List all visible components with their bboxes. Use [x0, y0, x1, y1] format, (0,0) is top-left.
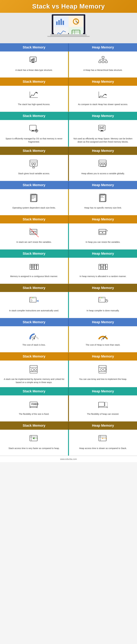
section-1-stack-label: Stack Memory	[23, 80, 45, 84]
svg-rect-65	[31, 195, 35, 196]
section-10-content: FIXED The flexibility of the size is fix…	[0, 396, 137, 422]
section-7-header: Stack Memory Heap Memory	[0, 284, 137, 292]
section-1-heap-icon	[97, 89, 109, 101]
section-2-heap-label: Heap Memory	[92, 114, 114, 118]
svg-rect-95	[37, 265, 38, 266]
section-0-heap-header: Heap Memory	[69, 43, 137, 52]
svg-rect-67	[31, 197, 35, 198]
section-9-content: A stack can be implemented by dynamic me…	[0, 360, 137, 387]
section-6-heap-label: Heap Memory	[92, 252, 114, 256]
section-9-heap-icon	[97, 364, 109, 376]
svg-rect-54	[32, 167, 34, 168]
section-3-heap-label: Heap Memory	[92, 149, 114, 152]
section-8-header: Stack Memory Heap Memory	[0, 318, 137, 326]
section-0-stack-label: Stack Memory	[23, 46, 45, 49]
svg-marker-25	[36, 92, 38, 93]
hero-image	[0, 13, 137, 43]
svg-text:$: $	[32, 339, 33, 340]
svg-rect-44	[101, 127, 102, 129]
section-7-stack-label: Stack Memory	[23, 286, 45, 290]
section-9-stack-header: Stack Memory	[0, 352, 68, 360]
section-2-stack-label: Stack Memory	[23, 114, 45, 118]
section-7-heap-content: In heap compiler is done manually.	[69, 292, 137, 318]
section-2-header: Stack Memory Heap Memory	[0, 112, 137, 120]
svg-rect-36	[36, 132, 37, 132]
section-11-stack-header: Stack Memory	[0, 422, 68, 430]
svg-rect-46	[30, 160, 37, 166]
svg-rect-68	[31, 198, 34, 199]
section-10-stack-content: FIXED The flexibility of the size is fix…	[0, 396, 68, 421]
section-9-heap-header: Heap Memory	[69, 352, 137, 360]
svg-rect-10	[32, 62, 34, 62]
section-3-stack-icon	[28, 158, 40, 170]
section-9-header: Stack Memory Heap Memory	[0, 352, 137, 360]
svg-rect-49	[34, 163, 36, 164]
svg-point-117	[102, 298, 102, 298]
section-2-stack-text: Space is efficiently managed by OS so th…	[4, 137, 64, 144]
section-8-content: $ LOW The cost of stack is less. $ HIGH …	[0, 326, 137, 352]
section-0-stack-header: Stack Memory	[0, 43, 68, 52]
section-2-stack-header: Stack Memory	[0, 112, 68, 120]
svg-rect-16	[99, 61, 101, 63]
section-4-stack-header: Stack Memory	[0, 181, 68, 189]
svg-rect-155	[105, 402, 107, 406]
section-7-stack-text: In stack compiler instructions are autom…	[9, 309, 59, 312]
svg-marker-159	[98, 407, 99, 408]
section-8-stack-content: $ LOW The cost of stack is less.	[0, 326, 68, 352]
section-5-heap-text: In heap you can resize the variables.	[86, 240, 120, 244]
section-4-heap-header: Heap Memory	[69, 181, 137, 189]
section-5-stack-text: In stack we can't resize the variables.	[16, 240, 52, 244]
section-3-stack-content: Stack gives local variable access.	[0, 155, 68, 181]
section-2-stack-content: Space is efficiently managed by OS so th…	[0, 120, 68, 146]
svg-rect-2	[60, 19, 62, 25]
svg-rect-74	[100, 197, 104, 198]
section-1-stack-header: Stack Memory	[0, 78, 68, 86]
svg-point-142	[103, 368, 106, 371]
section-2-heap-header: Heap Memory	[69, 112, 137, 120]
section-11-header: Stack Memory Heap Memory	[0, 422, 137, 430]
svg-rect-91	[30, 266, 31, 268]
svg-rect-5	[72, 30, 80, 34]
section-1-stack-text: The stack has high-speed Access.	[18, 103, 50, 106]
section-2-heap-icon	[97, 123, 109, 135]
section-1-heap-header: Heap Memory	[69, 78, 137, 86]
svg-rect-93	[32, 266, 34, 268]
svg-text:$: $	[101, 339, 102, 340]
section-10-heap-icon	[97, 398, 109, 411]
section-6-heap-content: In heap memory is allocated in a random …	[69, 258, 137, 284]
section-11-heap-content: SLOW Heap access time is slower as compa…	[69, 430, 137, 456]
section-11-stack-label: Stack Memory	[23, 424, 45, 428]
section-7-stack-content: In stack compiler instructions are autom…	[0, 292, 68, 318]
svg-point-116	[100, 298, 101, 298]
section-6-stack-header: Stack Memory	[0, 250, 68, 258]
section-10-heap-header: Heap Memory	[69, 387, 137, 396]
svg-rect-118	[99, 299, 100, 300]
section-1-heap-label: Heap Memory	[92, 80, 114, 84]
footer: www.educba.com	[0, 456, 137, 462]
section-7-content: In stack compiler instructions are autom…	[0, 292, 137, 318]
section-4-heap-content: Heap has no specific memory size limit.	[69, 189, 137, 215]
section-5-stack-icon	[28, 226, 40, 239]
section-7-heap-icon	[97, 295, 109, 307]
section-8-stack-header: Stack Memory	[0, 318, 68, 326]
svg-rect-119	[99, 300, 101, 300]
section-4-header: Stack Memory Heap Memory	[0, 181, 137, 189]
section-10-stack-label: Stack Memory	[23, 389, 45, 393]
section-11-content: FAST Stack access time is very faster as…	[0, 430, 137, 456]
section-0-stack-icon	[28, 54, 40, 67]
svg-rect-92	[32, 265, 34, 266]
section-5-heap-icon	[97, 226, 109, 239]
svg-rect-100	[99, 265, 100, 266]
svg-rect-103	[106, 266, 107, 268]
svg-point-134	[31, 368, 34, 371]
section-9-stack-text: A stack can be implemented by dynamic me…	[4, 378, 64, 384]
svg-text:FIXED: FIXED	[31, 403, 38, 406]
svg-rect-101	[102, 266, 102, 268]
section-2-heap-text: Not used as efficiently as Heap Space. M…	[72, 137, 133, 144]
section-9-stack-label: Stack Memory	[23, 354, 45, 358]
section-8-stack-text: The cost of stack is less.	[22, 343, 46, 346]
section-3-content: Stack gives local variable access. Heap …	[0, 155, 137, 181]
section-3-heap-icon	[97, 158, 109, 170]
section-9-stack-icon	[28, 364, 40, 376]
section-10-stack-text: The flexibility of the size is fixed.	[19, 412, 49, 416]
